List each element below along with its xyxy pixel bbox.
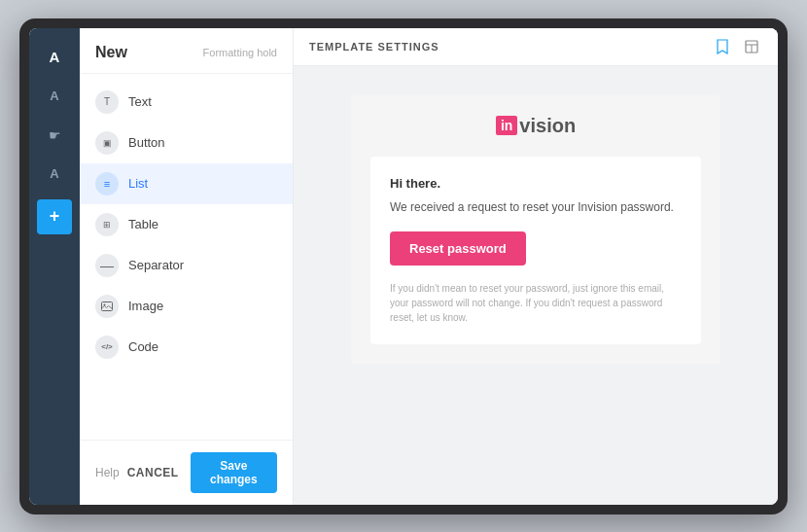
icon-rail-add-button[interactable]: + [37,199,72,234]
save-changes-button[interactable]: Save changes [191,452,277,493]
invision-logo-text: vision [519,115,576,137]
separator-element-label: Separator [128,258,184,272]
email-body-text: We received a request to reset your Invi… [390,198,682,216]
text-a2-icon: A [50,89,58,103]
email-body: Hi there. We received a request to reset… [370,157,701,344]
text-a-icon: A [50,49,60,65]
icon-rail-text-a2[interactable]: A [37,79,72,114]
code-element-label: Code [128,339,158,354]
invision-logo-box: in [496,116,517,135]
cancel-button[interactable]: CANCEL [120,460,187,485]
icon-rail-font[interactable]: A [37,157,72,192]
invision-logo: in vision [496,115,576,137]
svg-rect-0 [102,301,113,310]
email-greeting: Hi there. [390,176,682,191]
text-element-label: Text [128,94,152,109]
right-panel: TEMPLATE SETTINGS [294,28,778,505]
font-icon: A [50,166,58,181]
cursor-icon: ☛ [49,127,61,143]
element-item-text[interactable]: T Text [80,82,293,123]
element-item-list[interactable]: ≡ List [80,163,293,204]
left-panel-header: New Formatting hold [80,28,293,74]
element-item-separator[interactable]: — Separator [80,245,293,286]
template-settings-bar: TEMPLATE SETTINGS [294,28,778,66]
element-list: T Text ▣ Button ≡ List ⊞ Table [80,74,293,440]
element-item-image[interactable]: Image [80,286,293,327]
main-layout: A A ☛ A + New Formatting hol [29,28,778,505]
email-logo-area: in vision [351,95,720,157]
plus-icon: + [50,206,60,227]
code-element-icon: </> [95,336,119,359]
template-settings-icons [712,36,762,57]
icon-rail: A A ☛ A + [29,28,80,505]
text-element-icon: T [95,90,119,114]
app-window: A A ☛ A + New Formatting hol [29,28,778,505]
image-element-label: Image [128,299,163,313]
help-label: Help [95,466,120,479]
formatting-hold-label: Formatting hold [203,47,277,58]
email-preview: in vision Hi there. We received a reques… [351,95,720,364]
separator-element-icon: — [95,254,119,277]
template-settings-label: TEMPLATE SETTINGS [309,41,439,53]
list-element-label: List [128,176,148,191]
element-item-table[interactable]: ⊞ Table [80,204,293,245]
reset-password-button[interactable]: Reset password [390,231,526,266]
element-item-button[interactable]: ▣ Button [80,123,293,163]
left-panel: New Formatting hold T Text ▣ Button ≡ Li… [80,28,294,505]
button-element-label: Button [128,135,165,150]
icon-rail-text-a[interactable]: A [37,40,72,75]
list-element-icon: ≡ [95,172,119,195]
table-element-label: Table [128,217,158,231]
device-frame: A A ☛ A + New Formatting hol [19,18,788,514]
email-preview-area: in vision Hi there. We received a reques… [294,66,778,505]
table-element-icon: ⊞ [95,213,119,236]
element-item-code[interactable]: </> Code [80,327,293,368]
button-element-icon: ▣ [95,131,119,155]
icon-rail-cursor[interactable]: ☛ [37,118,72,153]
left-panel-footer: Help CANCEL Save changes [80,440,293,505]
image-element-icon [95,295,119,318]
bookmark-icon[interactable] [712,36,733,57]
left-panel-title: New [95,44,127,61]
email-footer-text: If you didn't mean to reset your passwor… [390,281,682,325]
layout-icon[interactable] [741,36,762,57]
